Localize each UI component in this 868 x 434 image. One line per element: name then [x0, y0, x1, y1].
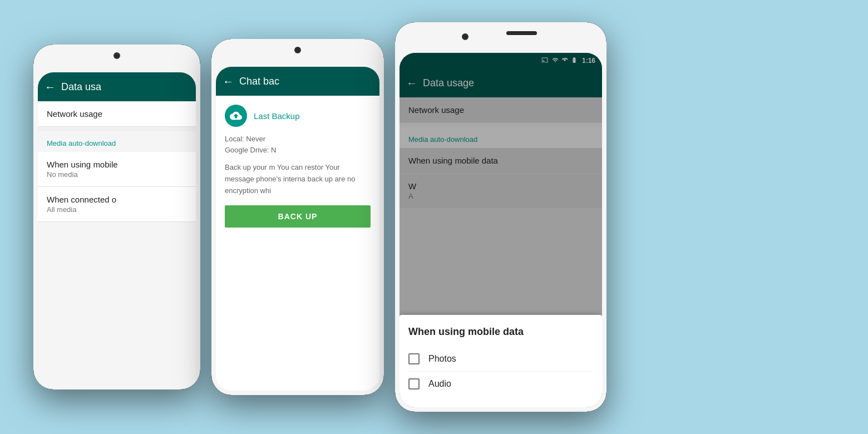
network-usage-item-1[interactable]: Network usage — [38, 101, 196, 127]
camera-2 — [294, 47, 301, 53]
when-using-mobile-item-1[interactable]: When using mobile No media — [38, 152, 196, 187]
backup-header: Last Backup — [225, 105, 371, 127]
audio-label: Audio — [428, 379, 451, 389]
back-button-1[interactable]: ← — [45, 81, 56, 93]
phone-1: ← Data usa Network usage Media auto-down… — [33, 45, 200, 389]
google-drive-label: Google Drive: N — [225, 145, 371, 156]
photos-label: Photos — [428, 354, 456, 364]
phone-3: 1:16 ← Data usage Network usage — [395, 22, 606, 412]
photos-checkbox[interactable] — [408, 353, 420, 364]
appbar-2: ← Chat bac — [216, 67, 379, 96]
dialog-title: When using mobile data — [408, 326, 593, 338]
last-backup-label: Last Backup — [254, 111, 300, 121]
back-button-2[interactable]: ← — [223, 75, 234, 88]
title-2: Chat bac — [239, 76, 279, 87]
section-header-1: Media auto-download — [38, 131, 196, 152]
title-1: Data usa — [61, 81, 101, 93]
network-usage-label-1: Network usage — [47, 109, 187, 119]
backup-description: Back up your m You can restor Your messa… — [225, 162, 371, 196]
scene: ← Data usa Network usage Media auto-down… — [0, 0, 868, 434]
photos-option[interactable]: Photos — [408, 347, 593, 372]
camera-1 — [114, 52, 120, 59]
when-using-mobile-label-1: When using mobile — [47, 160, 187, 169]
media-auto-download-label-1: Media auto-download — [47, 139, 187, 147]
when-using-mobile-sub-1: No media — [47, 170, 187, 179]
cloud-upload-icon — [225, 105, 247, 127]
speaker-3 — [506, 31, 537, 35]
phone-2: ← Chat bac Last Backup — [211, 39, 384, 395]
mobile-data-dialog: When using mobile data Photos Audio — [400, 315, 602, 407]
local-label: Local: Never — [225, 134, 371, 145]
audio-option[interactable]: Audio — [408, 372, 593, 396]
audio-checkbox[interactable] — [408, 378, 420, 389]
camera-3 — [462, 33, 468, 40]
backup-content: Last Backup Local: Never Google Drive: N… — [216, 96, 379, 391]
when-connected-item-1[interactable]: When connected o All media — [38, 187, 196, 222]
backup-button[interactable]: BACK UP — [225, 205, 371, 228]
appbar-1: ← Data usa — [38, 72, 196, 101]
when-connected-label-1: When connected o — [47, 195, 187, 204]
when-connected-sub-1: All media — [47, 205, 187, 214]
